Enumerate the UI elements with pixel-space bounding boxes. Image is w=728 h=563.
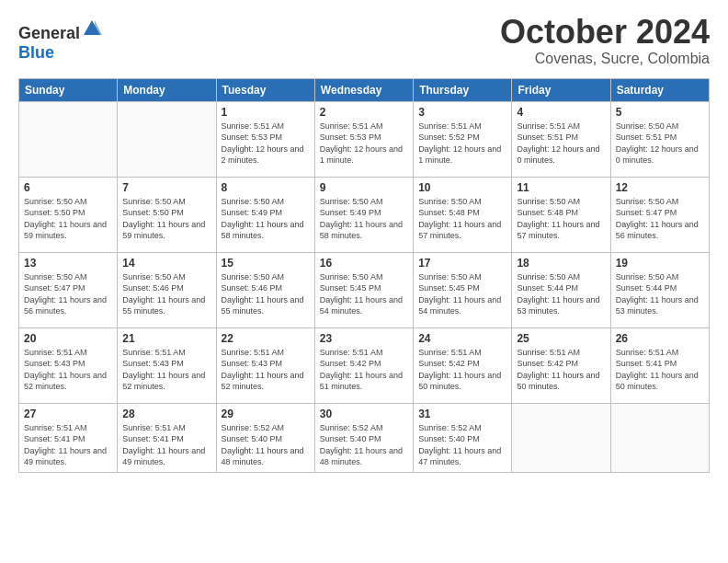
day-number: 10: [418, 181, 506, 194]
day-number: 28: [122, 408, 210, 420]
calendar-cell-day-26: 26Sunrise: 5:51 AM Sunset: 5:41 PM Dayli…: [610, 327, 709, 403]
cell-info: Sunrise: 5:51 AM Sunset: 5:41 PM Dayligh…: [122, 422, 210, 468]
weekday-header-row: SundayMondayTuesdayWednesdayThursdayFrid…: [19, 78, 710, 101]
calendar-cell-day-23: 23Sunrise: 5:51 AM Sunset: 5:42 PM Dayli…: [314, 327, 413, 403]
calendar-cell-day-22: 22Sunrise: 5:51 AM Sunset: 5:43 PM Dayli…: [216, 327, 314, 403]
day-number: 16: [320, 257, 408, 270]
calendar-cell-day-11: 11Sunrise: 5:50 AM Sunset: 5:48 PM Dayli…: [512, 177, 610, 252]
cell-info: Sunrise: 5:50 AM Sunset: 5:47 PM Dayligh…: [616, 196, 704, 242]
main-title: October 2024: [500, 14, 710, 51]
day-number: 27: [24, 408, 112, 420]
day-number: 18: [517, 257, 605, 270]
day-number: 29: [222, 408, 310, 420]
logo-general-text: General: [18, 24, 80, 42]
calendar-week-4: 20Sunrise: 5:51 AM Sunset: 5:43 PM Dayli…: [19, 327, 710, 403]
weekday-header-friday: Friday: [512, 78, 610, 101]
day-number: 12: [616, 181, 704, 194]
calendar-cell-day-31: 31Sunrise: 5:52 AM Sunset: 5:40 PM Dayli…: [414, 403, 512, 472]
day-number: 8: [222, 181, 310, 194]
cell-info: Sunrise: 5:50 AM Sunset: 5:45 PM Dayligh…: [418, 271, 506, 317]
day-number: 17: [418, 257, 506, 270]
calendar-cell-empty: [118, 101, 216, 177]
calendar-body: 1Sunrise: 5:51 AM Sunset: 5:53 PM Daylig…: [19, 101, 710, 472]
day-number: 7: [122, 181, 210, 194]
cell-info: Sunrise: 5:50 AM Sunset: 5:49 PM Dayligh…: [320, 196, 408, 242]
calendar-cell-day-2: 2Sunrise: 5:51 AM Sunset: 5:53 PM Daylig…: [314, 101, 413, 177]
calendar-table: SundayMondayTuesdayWednesdayThursdayFrid…: [18, 78, 710, 473]
cell-info: Sunrise: 5:50 AM Sunset: 5:51 PM Dayligh…: [616, 121, 704, 167]
calendar-cell-day-5: 5Sunrise: 5:50 AM Sunset: 5:51 PM Daylig…: [610, 101, 709, 177]
day-number: 9: [320, 181, 408, 194]
calendar-cell-day-14: 14Sunrise: 5:50 AM Sunset: 5:46 PM Dayli…: [118, 252, 216, 327]
weekday-header-wednesday: Wednesday: [314, 78, 413, 101]
day-number: 4: [517, 106, 605, 119]
calendar-week-5: 27Sunrise: 5:51 AM Sunset: 5:41 PM Dayli…: [19, 403, 710, 472]
main-container: General Blue October 2024 Covenas, Sucre…: [0, 0, 728, 482]
calendar-cell-day-17: 17Sunrise: 5:50 AM Sunset: 5:45 PM Dayli…: [414, 252, 512, 327]
day-number: 21: [122, 332, 210, 345]
weekday-header-monday: Monday: [118, 78, 216, 101]
cell-info: Sunrise: 5:51 AM Sunset: 5:41 PM Dayligh…: [616, 347, 704, 393]
day-number: 6: [24, 181, 112, 194]
cell-info: Sunrise: 5:50 AM Sunset: 5:49 PM Dayligh…: [222, 196, 310, 242]
cell-info: Sunrise: 5:51 AM Sunset: 5:43 PM Dayligh…: [222, 347, 310, 393]
calendar-week-1: 1Sunrise: 5:51 AM Sunset: 5:53 PM Daylig…: [19, 101, 710, 177]
title-area: October 2024 Covenas, Sucre, Colombia: [500, 14, 710, 67]
weekday-header-thursday: Thursday: [414, 78, 512, 101]
day-number: 15: [222, 257, 310, 270]
calendar-cell-day-9: 9Sunrise: 5:50 AM Sunset: 5:49 PM Daylig…: [314, 177, 413, 252]
calendar-cell-day-18: 18Sunrise: 5:50 AM Sunset: 5:44 PM Dayli…: [512, 252, 610, 327]
day-number: 11: [517, 181, 605, 194]
cell-info: Sunrise: 5:51 AM Sunset: 5:53 PM Dayligh…: [320, 121, 408, 167]
logo: General Blue: [18, 18, 102, 63]
calendar-cell-day-24: 24Sunrise: 5:51 AM Sunset: 5:42 PM Dayli…: [414, 327, 512, 403]
day-number: 14: [122, 257, 210, 270]
cell-info: Sunrise: 5:51 AM Sunset: 5:51 PM Dayligh…: [517, 121, 605, 167]
calendar-cell-day-29: 29Sunrise: 5:52 AM Sunset: 5:40 PM Dayli…: [216, 403, 314, 472]
cell-info: Sunrise: 5:51 AM Sunset: 5:42 PM Dayligh…: [320, 347, 408, 393]
calendar-cell-day-10: 10Sunrise: 5:50 AM Sunset: 5:48 PM Dayli…: [414, 177, 512, 252]
day-number: 20: [24, 332, 112, 345]
cell-info: Sunrise: 5:50 AM Sunset: 5:47 PM Dayligh…: [24, 271, 112, 317]
calendar-cell-empty: [19, 101, 118, 177]
cell-info: Sunrise: 5:50 AM Sunset: 5:46 PM Dayligh…: [122, 271, 210, 317]
day-number: 24: [418, 332, 506, 345]
cell-info: Sunrise: 5:51 AM Sunset: 5:42 PM Dayligh…: [418, 347, 506, 393]
cell-info: Sunrise: 5:52 AM Sunset: 5:40 PM Dayligh…: [418, 422, 506, 468]
weekday-header-tuesday: Tuesday: [216, 78, 314, 101]
cell-info: Sunrise: 5:50 AM Sunset: 5:48 PM Dayligh…: [517, 196, 605, 242]
calendar-cell-empty: [512, 403, 610, 472]
cell-info: Sunrise: 5:50 AM Sunset: 5:48 PM Dayligh…: [418, 196, 506, 242]
weekday-header-sunday: Sunday: [19, 78, 118, 101]
calendar-cell-day-30: 30Sunrise: 5:52 AM Sunset: 5:40 PM Dayli…: [314, 403, 413, 472]
cell-info: Sunrise: 5:50 AM Sunset: 5:46 PM Dayligh…: [222, 271, 310, 317]
logo-icon: [82, 18, 102, 39]
calendar-cell-day-25: 25Sunrise: 5:51 AM Sunset: 5:42 PM Dayli…: [512, 327, 610, 403]
calendar-cell-day-20: 20Sunrise: 5:51 AM Sunset: 5:43 PM Dayli…: [19, 327, 118, 403]
day-number: 22: [222, 332, 310, 345]
day-number: 2: [320, 106, 408, 119]
day-number: 5: [616, 106, 704, 119]
subtitle: Covenas, Sucre, Colombia: [500, 51, 710, 67]
calendar-cell-day-28: 28Sunrise: 5:51 AM Sunset: 5:41 PM Dayli…: [118, 403, 216, 472]
calendar-cell-day-1: 1Sunrise: 5:51 AM Sunset: 5:53 PM Daylig…: [216, 101, 314, 177]
svg-marker-1: [95, 20, 102, 35]
day-number: 23: [320, 332, 408, 345]
day-number: 30: [320, 408, 408, 420]
calendar-cell-day-8: 8Sunrise: 5:50 AM Sunset: 5:49 PM Daylig…: [216, 177, 314, 252]
day-number: 3: [418, 106, 506, 119]
day-number: 13: [24, 257, 112, 270]
cell-info: Sunrise: 5:51 AM Sunset: 5:52 PM Dayligh…: [418, 121, 506, 167]
calendar-cell-day-19: 19Sunrise: 5:50 AM Sunset: 5:44 PM Dayli…: [610, 252, 709, 327]
weekday-header-saturday: Saturday: [610, 78, 709, 101]
cell-info: Sunrise: 5:51 AM Sunset: 5:42 PM Dayligh…: [517, 347, 605, 393]
calendar-cell-day-3: 3Sunrise: 5:51 AM Sunset: 5:52 PM Daylig…: [414, 101, 512, 177]
cell-info: Sunrise: 5:50 AM Sunset: 5:44 PM Dayligh…: [517, 271, 605, 317]
calendar-cell-day-21: 21Sunrise: 5:51 AM Sunset: 5:43 PM Dayli…: [118, 327, 216, 403]
cell-info: Sunrise: 5:50 AM Sunset: 5:50 PM Dayligh…: [122, 196, 210, 242]
cell-info: Sunrise: 5:51 AM Sunset: 5:53 PM Dayligh…: [222, 121, 310, 167]
logo-blue-text: Blue: [18, 43, 54, 62]
calendar-cell-day-7: 7Sunrise: 5:50 AM Sunset: 5:50 PM Daylig…: [118, 177, 216, 252]
cell-info: Sunrise: 5:51 AM Sunset: 5:43 PM Dayligh…: [122, 347, 210, 393]
cell-info: Sunrise: 5:51 AM Sunset: 5:41 PM Dayligh…: [24, 422, 112, 468]
